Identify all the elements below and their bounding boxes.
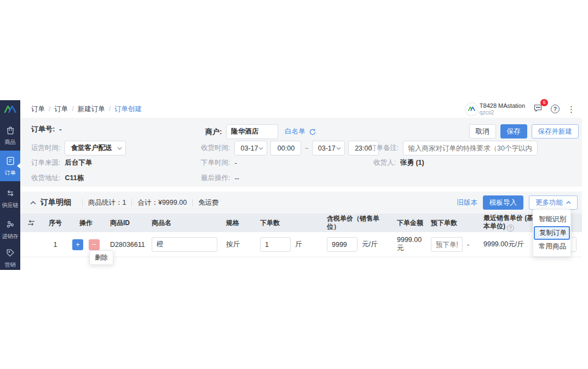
sidebar-item-label: 商品 [5,139,16,146]
date-to-select[interactable]: 03-17 [312,141,345,155]
refresh-icon[interactable] [309,128,316,136]
shipping-stat: 免运费 [198,198,219,207]
order-source-label: 订单来源: [31,158,60,168]
menu-item-common-products[interactable]: 常用商品 [533,240,570,253]
sidebar-item-label: 供应链 [2,201,19,209]
row-product-name [148,237,223,252]
account-info[interactable]: T8428 MAstation qzcs2 [465,102,525,116]
receiver-value: 张勇 (1) [400,158,424,168]
breadcrumb-item[interactable]: 订单 [31,105,45,114]
col-spec: 规格 [223,219,257,227]
save-and-new-button[interactable]: 保存并新建 [532,124,579,139]
chevron-up-icon[interactable] [30,201,36,205]
sidebar-item-label: 订单 [5,169,16,177]
pre-qty-suffix: - [467,241,469,249]
save-button[interactable]: 保存 [500,124,527,139]
divider [82,199,83,206]
swap-arrows-icon [5,188,16,200]
last-operation-value: -- [234,175,239,182]
last-operation-label: 最后操作: [201,174,230,183]
order-no-value: - [59,125,61,134]
avatar [465,102,479,116]
sidebar-item-products[interactable]: 商品 [0,122,20,149]
price-input[interactable] [327,237,358,252]
sidebar-item-supply-chain[interactable]: 供应链 [0,183,20,213]
cancel-button[interactable]: 取消 [469,124,496,139]
col-amount: 下单金额 [394,219,428,227]
pre-qty-input[interactable] [431,237,463,252]
product-name-input[interactable] [152,237,217,252]
operation-time-select[interactable]: 食堂客户配送 [65,141,126,155]
nodes-icon [5,219,16,231]
main-area: 订单 / 订单 / 新建订单 / 订单创建 T8428 MAstation [20,100,582,270]
divider [131,199,132,206]
divider [192,199,193,206]
col-product-name: 商品名 [148,219,223,227]
order-remark-input[interactable] [403,141,538,155]
receive-time-label: 收货时间: [201,143,230,153]
sort-columns-icon[interactable] [20,220,42,226]
more-features-button[interactable]: 更多功能 [529,195,578,210]
col-actions: 操作 [68,219,103,227]
breadcrumb-item[interactable]: 新建订单 [78,105,105,114]
more-menu-button[interactable]: ⋮ [567,105,575,113]
row-price: 元/斤 [324,237,394,252]
sidebar-item-inventory[interactable]: 进销存 [0,215,20,244]
order-time-label: 下单时间: [201,158,230,168]
messages-button[interactable]: 6 [533,103,543,115]
col-product-id: 商品ID [103,219,148,227]
sidebar-item-orders[interactable]: 订单 [0,151,20,181]
date-from-select[interactable]: 03-17 [234,141,267,155]
delete-row-button[interactable]: − [89,239,100,250]
order-form: 订单号: - 商户: 白名单 取消 保存 保存并新建 [20,118,582,187]
add-row-button[interactable]: + [72,239,83,250]
order-source-value: 后台下单 [65,158,92,168]
operation-time-label: 运营时间: [31,143,60,153]
chevron-down-icon [117,147,122,150]
col-index: 序号 [42,219,68,227]
question-icon: ? [554,106,557,112]
order-no-label: 订单号: [31,124,55,134]
total-stat: 合计：¥9999.00 [137,198,187,207]
template-import-button[interactable]: 模板导入 [483,195,523,210]
menu-item-smart-recognition[interactable]: 智能识别 [533,212,570,226]
product-count-stat: 商品统计：1 [88,198,126,207]
app-window: 商品 订单 供应链 进销 [0,100,582,270]
more-features-menu: 智能识别 复制订单 常用商品 [533,209,571,257]
sidebar: 商品 订单 供应链 进销 [0,100,20,270]
notification-badge: 6 [540,99,548,106]
qty-input[interactable] [260,237,291,252]
row-index: 1 [42,241,68,249]
sidebar-item-marketing[interactable]: 营销 [0,246,20,270]
chevron-down-icon [336,147,341,150]
help-button[interactable]: ? [551,105,560,113]
breadcrumb-item-current: 订单创建 [114,105,142,114]
qty-unit: 斤 [295,240,302,249]
merchant-label: 商户: [205,127,222,137]
whitelist-link[interactable]: 白名单 [285,127,305,136]
breadcrumb-item[interactable]: 订单 [54,105,68,114]
menu-item-copy-order[interactable]: 复制订单 [534,226,570,240]
breadcrumb-separator: / [109,105,111,113]
range-separator: ~ [304,145,308,152]
help-icon[interactable]: ? [507,224,514,232]
receiver-label: 收货人: [373,158,396,168]
order-detail-section: 订单明细 商品统计：1 合计：¥9999.00 免运费 旧版本 模板导入 更多功… [20,192,582,257]
old-version-link[interactable]: 旧版本 [457,198,478,207]
account-name: T8428 MAstation [480,102,525,109]
detail-title: 订单明细 [41,198,71,207]
chevron-down-icon [258,147,263,150]
time-from-input[interactable] [270,141,301,155]
row-spec: 按斤 [223,240,257,249]
order-detail-header: 订单明细 商品统计：1 合计：¥9999.00 免运费 旧版本 模板导入 更多功… [20,192,582,214]
table-row: 1 + − D28036611 按斤 斤 元/斤 9999.0 [20,232,582,257]
sidebar-item-label: 营销 [5,261,16,269]
col-pre-qty: 预下单数 [428,219,476,227]
address-label: 收货地址: [31,174,60,183]
col-price: 含税单价（销售单位） [324,215,394,231]
merchant-input[interactable] [226,124,278,139]
order-document-icon [5,155,16,168]
row-qty: 斤 [257,237,324,252]
order-remark-label: 订单备注: [370,143,399,153]
row-recent-price: 9999.00元/斤 [476,240,540,249]
